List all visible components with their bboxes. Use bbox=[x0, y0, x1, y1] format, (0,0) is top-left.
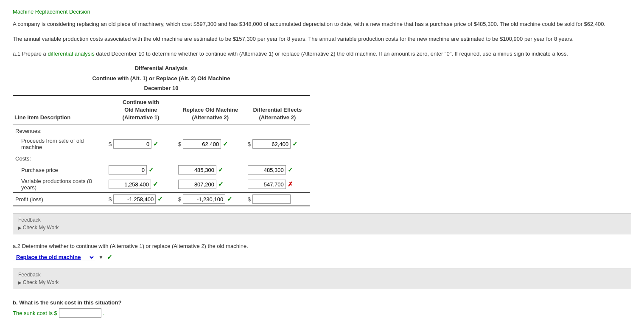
profit-alt1-dollar: $ bbox=[109, 196, 112, 203]
profit-alt2-dollar: $ bbox=[178, 196, 181, 203]
profit-alt1-input[interactable] bbox=[113, 194, 156, 204]
profit-diff-cell: $ bbox=[245, 193, 310, 206]
section-a2: a.2 Determine whether to continue with (… bbox=[13, 243, 631, 261]
purchase-label: Purchase price bbox=[13, 163, 106, 176]
sunk-cost-row: The sunk cost is $ . bbox=[13, 308, 631, 318]
proceeds-alt1-check: ✓ bbox=[153, 140, 159, 148]
dropdown-row: Continue with old machine Replace the ol… bbox=[13, 253, 631, 261]
profit-diff-input[interactable] bbox=[252, 194, 291, 204]
proceeds-alt2-input[interactable] bbox=[183, 139, 221, 149]
sunk-cost-input[interactable] bbox=[59, 308, 101, 318]
table-row-variable: Variable productions costs (8 years) ✓ ✓ bbox=[13, 176, 310, 193]
variable-alt1-cell: ✓ bbox=[106, 176, 176, 193]
proceeds-alt2-cell: $ ✓ bbox=[176, 136, 245, 152]
diff-link: differential analysis bbox=[48, 51, 94, 57]
col-header-description: Line Item Description bbox=[13, 96, 106, 124]
proceeds-diff-check: ✓ bbox=[292, 140, 298, 148]
purchase-alt2-cell: ✓ bbox=[176, 163, 245, 176]
profit-alt1-cell: $ ✓ bbox=[106, 193, 176, 206]
feedback-label-a2: Feedback bbox=[18, 272, 626, 278]
table-row-profit: Profit (loss) $ ✓ $ ✓ bbox=[13, 193, 310, 206]
sunk-cost-period: . bbox=[103, 310, 105, 316]
proceeds-diff-cell: $ ✓ bbox=[245, 136, 310, 152]
variable-alt2-check: ✓ bbox=[218, 180, 224, 188]
check-my-work-a2[interactable]: Check My Work bbox=[18, 279, 626, 285]
section-b: b. What is the sunk cost in this situati… bbox=[13, 299, 631, 318]
variable-alt1-check: ✓ bbox=[153, 180, 158, 188]
profit-diff-dollar: $ bbox=[248, 196, 251, 203]
variable-diff-check: ✗ bbox=[288, 180, 293, 188]
profit-alt2-cell: $ ✓ bbox=[176, 193, 245, 206]
purchase-alt1-check: ✓ bbox=[148, 166, 154, 174]
intro-paragraph-1: A company is considering replacing an ol… bbox=[13, 20, 628, 29]
table-title: Differential Analysis Continue with (Alt… bbox=[13, 63, 310, 96]
purchase-alt1-input[interactable] bbox=[109, 165, 147, 175]
purchase-alt2-input[interactable] bbox=[178, 165, 216, 175]
proceeds-alt1-input[interactable] bbox=[113, 139, 151, 149]
proceeds-alt2-check: ✓ bbox=[223, 140, 228, 148]
recommendation-dropdown[interactable]: Continue with old machine Replace the ol… bbox=[13, 253, 95, 261]
col-header-alt2: Replace Old Machine (Alternative 2) bbox=[176, 96, 245, 124]
variable-label: Variable productions costs (8 years) bbox=[13, 176, 106, 193]
purchase-diff-input[interactable] bbox=[248, 165, 286, 175]
proceeds-alt2-dollar: $ bbox=[178, 141, 181, 147]
purchase-diff-check: ✓ bbox=[288, 166, 293, 174]
col-header-alt1: Continue with Old Machine (Alternative 1… bbox=[106, 96, 176, 124]
profit-alt2-check: ✓ bbox=[227, 195, 232, 203]
revenues-label: Revenues: bbox=[13, 124, 106, 136]
feedback-box-a2: Feedback Check My Work bbox=[13, 268, 631, 289]
variable-alt2-input[interactable] bbox=[178, 180, 216, 189]
table-row-proceeds: Proceeds from sale of old machine $ ✓ $ … bbox=[13, 136, 310, 152]
section-a1-question: a.1 Prepare a differential analysis date… bbox=[13, 50, 628, 59]
variable-diff-cell: ✗ bbox=[245, 176, 310, 193]
proceeds-label: Proceeds from sale of old machine bbox=[13, 136, 106, 152]
diff-table: Line Item Description Continue with Old … bbox=[13, 96, 310, 207]
col-header-diff: Differential Effects (Alternative 2) bbox=[245, 96, 310, 124]
purchase-diff-cell: ✓ bbox=[245, 163, 310, 176]
feedback-box-a1: Feedback Check My Work bbox=[13, 213, 631, 234]
table-row-purchase: Purchase price ✓ ✓ ✓ bbox=[13, 163, 310, 176]
proceeds-alt1-dollar: $ bbox=[109, 141, 112, 147]
check-my-work-a1[interactable]: Check My Work bbox=[18, 225, 626, 231]
profit-alt1-check: ✓ bbox=[157, 195, 163, 203]
purchase-alt2-check: ✓ bbox=[218, 166, 224, 174]
proceeds-alt1-cell: $ ✓ bbox=[106, 136, 176, 152]
dropdown-check: ✓ bbox=[107, 253, 112, 261]
section-b-question: b. What is the sunk cost in this situati… bbox=[13, 299, 631, 306]
sunk-cost-label: The sunk cost is $ bbox=[13, 310, 57, 316]
proceeds-diff-dollar: $ bbox=[248, 141, 251, 147]
profit-label: Profit (loss) bbox=[13, 193, 106, 206]
variable-diff-input[interactable] bbox=[248, 180, 286, 189]
variable-alt1-input[interactable] bbox=[109, 180, 151, 189]
section-a2-question: a.2 Determine whether to continue with (… bbox=[13, 243, 631, 249]
page-title: Machine Replacement Decision bbox=[13, 8, 631, 15]
profit-alt2-input[interactable] bbox=[183, 194, 225, 204]
purchase-alt1-cell: ✓ bbox=[106, 163, 176, 176]
intro-paragraph-2: The annual variable production costs ass… bbox=[13, 35, 628, 44]
differential-table-container: Differential Analysis Continue with (Alt… bbox=[13, 63, 310, 206]
feedback-label-a1: Feedback bbox=[18, 217, 626, 223]
costs-label: Costs: bbox=[13, 152, 106, 163]
proceeds-diff-input[interactable] bbox=[252, 139, 291, 149]
variable-alt2-cell: ✓ bbox=[176, 176, 245, 193]
